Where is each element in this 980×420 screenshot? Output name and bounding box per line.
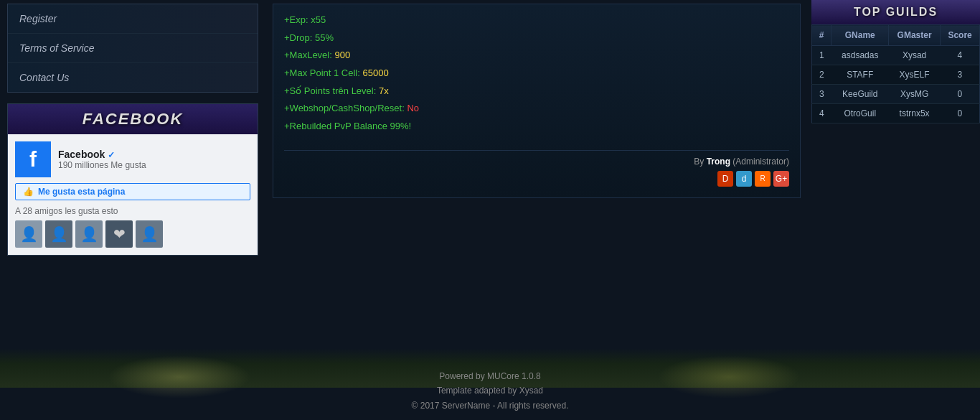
fb-avatar-4: ❤ (105, 220, 133, 248)
table-row: 2 STAFF XysELF 3 (812, 65, 980, 85)
guild-rank: 4 (812, 104, 831, 123)
article-line-drop: +Drop: 55% (284, 29, 789, 47)
fb-avatar-2: 👤 (45, 220, 72, 248)
footer-area: Powered by MUCore 1.0.8 Template adapted… (0, 348, 980, 420)
guild-score: 0 (941, 85, 980, 104)
guild-rank: 3 (812, 85, 831, 104)
col-gmaster: GMaster (889, 25, 941, 46)
author-name: Trong (707, 157, 730, 167)
col-rank: # (812, 25, 831, 46)
share-icons: D d R G+ (284, 171, 789, 187)
so-label: +Số Points trên Level: (284, 85, 379, 96)
fb-likes-count: 190 milliones Me gusta (58, 160, 146, 170)
webshop-label: +Webshop/CashShop/Reset: (284, 103, 407, 113)
fb-friend-avatars: 👤 👤 👤 ❤ 👤 (15, 220, 250, 248)
article-line-exp: +Exp: x55 (284, 11, 789, 29)
guild-rank: 1 (812, 46, 831, 65)
guild-name: STAFF (831, 65, 889, 85)
guild-score: 0 (941, 104, 980, 123)
footer-line3: © 2017 ServerName - All rights reserved. (0, 398, 980, 413)
article-line-maxlevel: +MaxLevel: 900 (284, 47, 789, 65)
by-text: By (694, 157, 704, 167)
article-box: +Exp: x55 +Drop: 55% +MaxLevel: 900 +Max… (273, 4, 801, 198)
guild-master: XysELF (889, 65, 941, 85)
so-value: 7x (379, 85, 389, 96)
fb-logo: f (15, 141, 51, 177)
right-panel: TOP GUILDS # GName GMaster Score 1 asdsa… (808, 0, 980, 341)
footer-text: Powered by MUCore 1.0.8 Template adapted… (0, 369, 980, 413)
facebook-widget: FACEBOOK f Facebook ✓ 190 milliones Me g… (7, 103, 258, 256)
maxlevel-value: 900 (334, 50, 350, 60)
facebook-widget-inner: f Facebook ✓ 190 milliones Me gusta 👍 Me… (8, 134, 258, 255)
article-content: +Exp: x55 +Drop: 55% +MaxLevel: 900 +Max… (284, 11, 789, 136)
table-row: 1 asdsadas Xysad 4 (812, 46, 980, 65)
fb-page-row: f Facebook ✓ 190 milliones Me gusta (15, 141, 250, 177)
maxpoint-value: 65000 (362, 67, 388, 78)
footer-line2: Template adapted by Xysad (0, 383, 980, 398)
article-line-so: +Số Points trên Level: 7x (284, 83, 789, 101)
fb-like-label: Me gusta esta página (38, 187, 125, 197)
sidebar-item-contact[interactable]: Contact Us (8, 63, 258, 92)
sidebar: Register Terms of Service Contact Us FAC… (0, 0, 265, 341)
table-row: 3 KeeGuild XysMG 0 (812, 85, 980, 104)
col-gname: GName (831, 25, 889, 46)
fb-like-icon: 👍 (23, 187, 34, 197)
share-google-icon[interactable]: G+ (773, 171, 789, 187)
share-delicious-icon[interactable]: d (736, 171, 752, 187)
webshop-value: No (407, 103, 419, 113)
fb-avatar-1: 👤 (15, 220, 42, 248)
article-footer: By Trong (Administrator) (284, 150, 789, 167)
col-score: Score (941, 25, 980, 46)
facebook-header: FACEBOOK (8, 104, 258, 134)
main-content: +Exp: x55 +Drop: 55% +MaxLevel: 900 +Max… (265, 0, 808, 341)
guild-name: OtroGuil (831, 104, 889, 123)
fb-friends-text: A 28 amigos les gusta esto (15, 206, 250, 216)
guild-master: XysMG (889, 85, 941, 104)
fb-page-info: Facebook ✓ 190 milliones Me gusta (58, 149, 146, 170)
footer-line1: Powered by MUCore 1.0.8 (0, 369, 980, 383)
sidebar-item-terms[interactable]: Terms of Service (8, 34, 258, 63)
article-line-pvp: +Rebuilded PvP Balance 99%! (284, 118, 789, 136)
top-guilds-header: TOP GUILDS (811, 0, 980, 24)
top-guilds-table: # GName GMaster Score 1 asdsadas Xysad 4… (811, 24, 980, 123)
guild-rank: 2 (812, 65, 831, 85)
sidebar-menu: Register Terms of Service Contact Us (7, 4, 258, 93)
guild-score: 4 (941, 46, 980, 65)
facebook-title: FACEBOOK (83, 110, 184, 128)
maxlevel-label: +MaxLevel: (284, 50, 334, 60)
article-line-webshop: +Webshop/CashShop/Reset: No (284, 100, 789, 118)
fb-like-button[interactable]: 👍 Me gusta esta página (15, 183, 250, 200)
top-guilds-title: TOP GUILDS (854, 6, 938, 18)
fb-verified-icon: ✓ (108, 150, 115, 160)
guild-master: tstrnx5x (889, 104, 941, 123)
sidebar-item-register[interactable]: Register (8, 4, 258, 34)
share-reddit-icon[interactable]: R (755, 171, 771, 187)
guild-score: 3 (941, 65, 980, 85)
guild-master: Xysad (889, 46, 941, 65)
article-line-maxpoint: +Max Point 1 Cell: 65000 (284, 65, 789, 83)
fb-avatar-5: 👤 (136, 220, 163, 248)
fb-page-name: Facebook ✓ (58, 149, 146, 160)
fb-avatar-3: 👤 (75, 220, 103, 248)
guild-name: asdsadas (831, 46, 889, 65)
share-digg-icon[interactable]: D (717, 171, 733, 187)
guild-name: KeeGuild (831, 85, 889, 104)
table-row: 4 OtroGuil tstrnx5x 0 (812, 104, 980, 123)
maxpoint-label: +Max Point 1 Cell: (284, 67, 362, 78)
author-role: (Administrator) (732, 157, 789, 167)
